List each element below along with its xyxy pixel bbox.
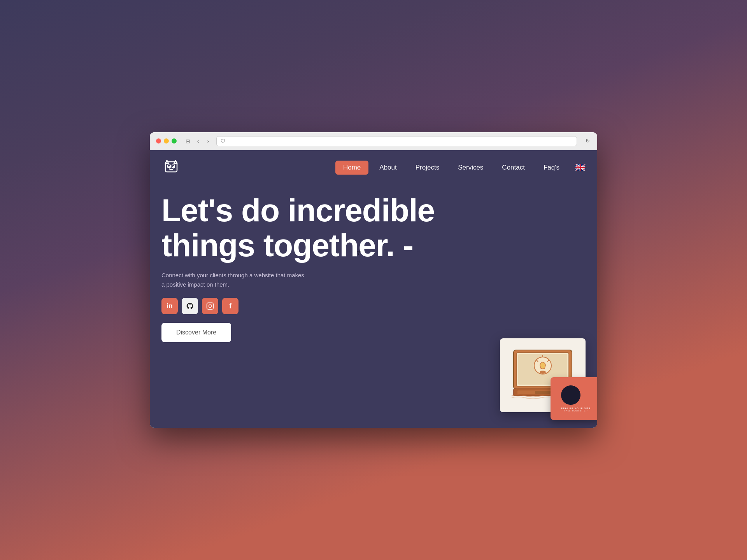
nav-item-home[interactable]: Home [335,161,368,175]
badge-circle [561,385,580,405]
svg-point-12 [209,305,212,308]
illustration-area: realize your site make your site • [465,319,597,428]
svg-rect-7 [173,166,174,167]
logo-icon [161,157,181,177]
website-content: Home About Projects Services Contact Faq… [150,150,597,428]
browser-window: ⊟ ‹ › 🛡 ↻ [150,132,597,428]
discover-more-button[interactable]: Discover More [161,323,231,342]
logo[interactable] [161,157,181,178]
svg-rect-0 [161,157,181,177]
navbar: Home About Projects Services Contact Faq… [150,150,597,185]
badge-illustration: realize your site make your site • [551,377,597,420]
svg-rect-11 [207,303,214,310]
back-icon[interactable]: ‹ [195,138,202,145]
svg-line-9 [169,169,170,170]
instagram-icon[interactable] [202,298,218,314]
address-bar[interactable]: 🛡 [216,136,577,146]
svg-point-13 [212,304,212,305]
nav-item-faqs[interactable]: Faq's [536,161,567,175]
nav-item-services[interactable]: Services [450,161,491,175]
traffic-lights [156,138,177,144]
svg-point-18 [540,371,546,374]
svg-rect-6 [168,166,170,167]
minimize-button[interactable] [164,138,169,144]
hero-title-line2: things together. - [161,228,413,263]
shield-icon: 🛡 [221,138,225,144]
hero-subtitle: Connect with your clients through a webs… [161,271,305,289]
hero-title-line1: Let's do incredible [161,192,435,228]
svg-rect-24 [535,391,551,394]
browser-chrome: ⊟ ‹ › 🛡 ↻ [150,132,597,150]
flag-icon[interactable]: 🇬🇧 [575,163,586,173]
reload-icon[interactable]: ↻ [584,138,591,145]
sidebar-toggle-icon[interactable]: ⊟ [184,138,191,145]
nav-item-projects[interactable]: Projects [408,161,447,175]
facebook-icon[interactable]: f [222,298,238,314]
svg-line-10 [172,169,173,170]
nav-item-about[interactable]: About [372,161,404,175]
forward-icon[interactable]: › [205,138,212,145]
linkedin-icon[interactable]: in [161,298,178,314]
hero-title: Let's do incredible things together. - [161,193,512,263]
browser-controls: ⊟ ‹ › [184,138,212,145]
github-icon[interactable] [182,298,198,314]
nav-links: Home About Projects Services Contact Faq… [335,161,567,175]
close-button[interactable] [156,138,161,144]
maximize-button[interactable] [172,138,177,144]
nav-item-contact[interactable]: Contact [494,161,533,175]
social-icons: in f [161,298,586,314]
